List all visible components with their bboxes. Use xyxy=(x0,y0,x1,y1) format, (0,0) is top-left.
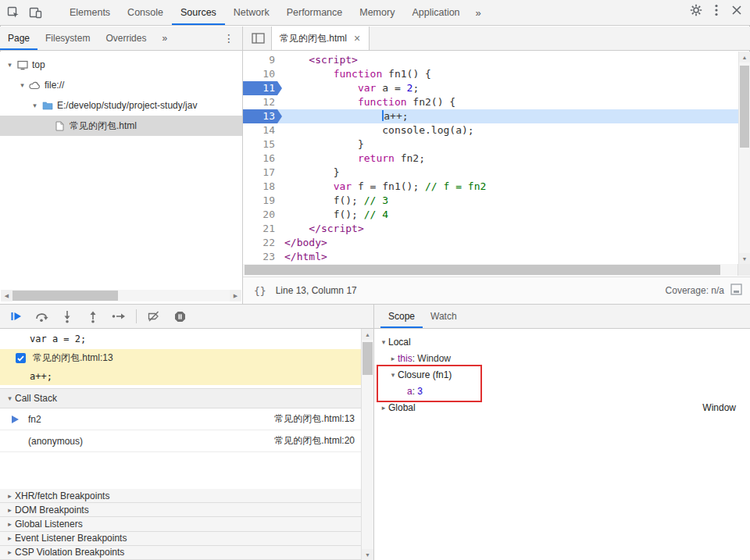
call-stack-frame[interactable]: (anonymous)常见的闭包.html:20 xyxy=(0,430,361,452)
line-number[interactable]: 18 xyxy=(243,180,282,194)
line-number[interactable]: 17 xyxy=(243,166,282,180)
resume-button[interactable] xyxy=(5,307,27,326)
pause-on-exceptions-button[interactable] xyxy=(169,307,191,326)
section-global-listeners[interactable]: ▸Global Listeners xyxy=(0,517,361,531)
inspect-element-icon[interactable] xyxy=(3,2,23,23)
call-stack-header[interactable]: ▾ Call Stack xyxy=(0,388,361,408)
scrollbar-thumb[interactable] xyxy=(12,291,118,301)
scope-row-local[interactable]: ▾Local xyxy=(374,334,750,350)
breakpoint-marker[interactable]: 11 xyxy=(243,81,282,95)
panel-tab-sources[interactable]: Sources xyxy=(172,0,225,25)
line-number[interactable]: 12 xyxy=(243,95,282,109)
code-line-20[interactable]: 20 f(); // 4 xyxy=(243,208,750,222)
section-xhr-fetch-breakpoints[interactable]: ▸XHR/fetch Breakpoints xyxy=(0,489,361,503)
navigator-tab-page[interactable]: Page xyxy=(0,27,38,50)
scope-row-a[interactable]: a: 3 xyxy=(374,383,750,399)
coverage-icon[interactable] xyxy=(730,284,742,298)
editor-vertical-scrollbar[interactable]: ▲ ▼ xyxy=(738,52,750,264)
scrollbar-thumb[interactable] xyxy=(362,342,373,375)
code-line-16[interactable]: 16 return fn2; xyxy=(243,152,750,166)
tree-item[interactable]: ▾top xyxy=(0,55,242,75)
step-button[interactable] xyxy=(108,307,130,326)
line-number[interactable]: 15 xyxy=(243,137,282,152)
code-line-15[interactable]: 15 } xyxy=(243,137,750,152)
navigator-tab-filesystem[interactable]: Filesystem xyxy=(38,27,98,50)
debugger-vertical-scrollbar[interactable]: ▲ ▼ xyxy=(361,329,373,560)
line-number[interactable]: 21 xyxy=(243,222,282,236)
tab-close-icon[interactable]: × xyxy=(353,32,361,45)
section-dom-breakpoints[interactable]: ▸DOM Breakpoints xyxy=(0,503,361,517)
scroll-right-icon[interactable]: ▶ xyxy=(230,290,241,301)
scope-expander-icon[interactable]: ▾ xyxy=(379,338,388,346)
code-line-14[interactable]: 14 console.log(a); xyxy=(243,123,750,137)
call-stack-frame[interactable]: fn2常见的闭包.html:13 xyxy=(0,408,361,430)
deactivate-breakpoints-button[interactable] xyxy=(143,307,165,326)
navigator-menu-icon[interactable]: ⋮ xyxy=(216,27,242,50)
code-line-22[interactable]: 22</body> xyxy=(243,236,750,250)
scrollbar-thumb[interactable] xyxy=(740,66,749,148)
scroll-down-icon[interactable]: ▼ xyxy=(739,253,750,264)
code-line-10[interactable]: 10 function fn1() { xyxy=(243,67,750,81)
line-number[interactable]: 14 xyxy=(243,123,282,137)
code-line-21[interactable]: 21 </script> xyxy=(243,222,750,236)
line-number[interactable]: 16 xyxy=(243,152,282,166)
tree-item[interactable]: ▾E:/develop/study/project-study/jav xyxy=(0,95,242,116)
active-breakpoint-entry[interactable]: 常见的闭包.html:13 a++; xyxy=(0,349,361,385)
editor-horizontal-scrollbar[interactable] xyxy=(243,264,738,276)
scroll-up-icon[interactable]: ▲ xyxy=(739,52,750,62)
code-line-19[interactable]: 19 f(); // 3 xyxy=(243,194,750,208)
pretty-print-button[interactable]: {} xyxy=(254,285,266,297)
breakpoint-marker[interactable]: 13 xyxy=(243,109,282,123)
section-csp-violation-breakpoints[interactable]: ▸CSP Violation Breakpoints xyxy=(0,546,361,560)
tree-item[interactable]: 常见的闭包.html xyxy=(0,116,242,136)
scope-expander-icon[interactable]: ▾ xyxy=(388,371,398,379)
code-line-11[interactable]: 11 var a = 2; xyxy=(243,81,750,95)
kebab-menu-icon[interactable] xyxy=(706,0,727,20)
panel-tab-application[interactable]: Application xyxy=(403,0,468,25)
tree-expander-icon[interactable]: ▾ xyxy=(5,61,15,69)
panel-tab-performance[interactable]: Performance xyxy=(278,0,352,25)
scroll-left-icon[interactable]: ◀ xyxy=(1,290,12,301)
navigator-tab-overrides[interactable]: Overrides xyxy=(98,27,154,50)
settings-gear-icon[interactable] xyxy=(686,0,706,20)
tree-expander-icon[interactable]: ▾ xyxy=(17,81,27,89)
code-line-18[interactable]: 18 var f = fn1(); // f = fn2 xyxy=(243,180,750,194)
code-line-23[interactable]: 23</html> xyxy=(243,250,750,264)
line-number[interactable]: 9 xyxy=(243,53,282,67)
panel-tab-elements[interactable]: Elements xyxy=(61,0,119,25)
breakpoint-snippet[interactable]: var a = 2; xyxy=(0,329,361,349)
navigator-horizontal-scrollbar[interactable]: ◀ ▶ xyxy=(1,290,241,301)
file-tab[interactable]: 常见的闭包.html × xyxy=(271,27,370,50)
navigator-panel-toggle-icon[interactable] xyxy=(248,28,268,48)
line-number[interactable]: 22 xyxy=(243,236,282,250)
device-toolbar-icon[interactable] xyxy=(25,2,45,23)
tab-scope[interactable]: Scope xyxy=(380,305,423,328)
step-over-button[interactable] xyxy=(30,307,52,326)
close-icon[interactable] xyxy=(727,0,747,20)
tree-expander-icon[interactable]: ▾ xyxy=(30,102,40,109)
scope-row-global[interactable]: ▸GlobalWindow xyxy=(374,399,750,416)
scroll-down-icon[interactable]: ▼ xyxy=(362,549,373,560)
section-event-listener-breakpoints[interactable]: ▸Event Listener Breakpoints xyxy=(0,532,361,546)
panel-tab-memory[interactable]: Memory xyxy=(351,0,403,25)
scope-row-closure-fn1-[interactable]: ▾Closure (fn1) xyxy=(374,366,750,383)
line-number[interactable]: 23 xyxy=(243,250,282,264)
breakpoint-checkbox[interactable] xyxy=(16,353,26,363)
line-number[interactable]: 20 xyxy=(243,208,282,222)
scope-row-this[interactable]: ▸this: Window xyxy=(374,350,750,366)
scope-expander-icon[interactable]: ▸ xyxy=(388,355,398,362)
code-line-9[interactable]: 9 <script> xyxy=(243,53,750,67)
more-panels-chevron-icon[interactable]: » xyxy=(469,0,488,25)
step-out-button[interactable] xyxy=(82,307,104,326)
line-number[interactable]: 19 xyxy=(243,194,282,208)
scroll-up-icon[interactable]: ▲ xyxy=(362,329,373,340)
scope-expander-icon[interactable]: ▸ xyxy=(379,404,388,412)
code-line-13[interactable]: 13 a++; xyxy=(243,109,750,123)
code-area[interactable]: 9 <script>10 function fn1() {11 var a = … xyxy=(243,52,750,266)
panel-tab-console[interactable]: Console xyxy=(119,0,172,25)
step-into-button[interactable] xyxy=(56,307,78,326)
navigator-more-tabs-chevron-icon[interactable]: » xyxy=(154,27,175,50)
line-number[interactable]: 10 xyxy=(243,67,282,81)
code-line-12[interactable]: 12 function fn2() { xyxy=(243,95,750,109)
tree-item[interactable]: ▾file:// xyxy=(0,75,242,95)
